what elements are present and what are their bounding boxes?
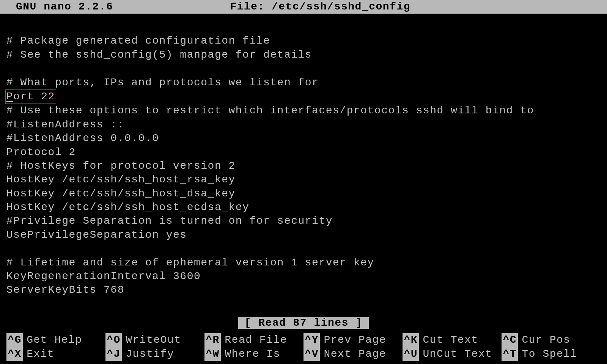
status-message: [ Read 87 lines ] — [238, 317, 369, 329]
editor-line[interactable]: # What ports, IPs and protocols we liste… — [6, 76, 601, 89]
shortcut-label: Read File — [225, 333, 287, 347]
editor-line[interactable]: # HostKeys for protocol version 2 — [6, 159, 601, 173]
shortcut-item: ^KCut Text — [403, 333, 502, 347]
shortcut-item: ^XExit — [6, 347, 105, 361]
editor-line[interactable]: # Package generated configuration file — [6, 34, 601, 48]
shortcut-label: WriteOut — [126, 333, 181, 347]
shortcut-key[interactable]: ^G — [6, 333, 23, 347]
shortcut-label: Get Help — [27, 333, 82, 347]
shortcut-label: UnCut Text — [423, 347, 492, 361]
editor-line[interactable]: # Lifetime and size of ephemeral version… — [6, 256, 601, 270]
editor-line[interactable] — [6, 20, 601, 34]
editor-line[interactable]: #Privilege Separation is turned on for s… — [6, 214, 601, 228]
shortcut-item: ^CCur Pos — [502, 333, 601, 347]
shortcut-label: Exit — [27, 347, 54, 361]
nano-file-label: File: /etc/ssh/sshd_config — [113, 0, 527, 14]
editor-line[interactable]: Port 22 — [6, 89, 601, 104]
editor-line[interactable]: #ListenAddress 0.0.0.0 — [6, 132, 601, 145]
editor-line[interactable]: # Use these options to restrict which in… — [6, 104, 601, 118]
shortcut-label: Cut Text — [423, 333, 478, 347]
shortcut-key[interactable]: ^W — [204, 347, 221, 361]
shortcut-key[interactable]: ^U — [403, 347, 419, 361]
editor-line[interactable] — [6, 62, 601, 75]
shortcut-item: ^JJustify — [105, 347, 204, 361]
shortcut-label: Prev Page — [324, 333, 386, 347]
editor-line[interactable]: #ListenAddress :: — [6, 118, 601, 132]
editor-line[interactable]: ServerKeyBits 768 — [6, 283, 601, 297]
editor-line[interactable]: HostKey /etc/ssh/ssh_host_rsa_key — [6, 173, 601, 187]
status-row: [ Read 87 lines ] — [0, 316, 607, 330]
editor-line[interactable]: Protocol 2 — [6, 146, 601, 159]
shortcut-item: ^OWriteOut — [105, 333, 204, 347]
editor-line[interactable]: UsePrivilegeSeparation yes — [6, 228, 601, 242]
callout-box: Port 22 — [5, 89, 56, 104]
editor-line[interactable] — [6, 242, 601, 256]
shortcut-label: Where Is — [225, 347, 280, 361]
shortcut-key[interactable]: ^C — [502, 333, 518, 347]
shortcut-label: To Spell — [522, 347, 577, 361]
shortcut-label: Next Page — [324, 347, 386, 361]
shortcut-item: ^GGet Help — [6, 333, 105, 347]
shortcut-item: ^YPrev Page — [304, 333, 403, 347]
shortcut-label: Cur Pos — [522, 333, 571, 347]
shortcut-key[interactable]: ^T — [502, 347, 518, 361]
editor-line[interactable]: KeyRegenerationInterval 3600 — [6, 270, 601, 283]
shortcut-item: ^WWhere Is — [204, 347, 304, 361]
shortcut-key[interactable]: ^J — [105, 347, 122, 361]
shortcut-key[interactable]: ^V — [304, 347, 320, 361]
shortcut-item: ^UUnCut Text — [403, 347, 502, 361]
shortcut-key[interactable]: ^R — [204, 333, 221, 347]
editor-line[interactable]: # See the sshd_config(5) manpage for det… — [6, 48, 601, 62]
shortcut-key[interactable]: ^O — [105, 333, 122, 347]
shortcut-bar: ^GGet Help^OWriteOut^RRead File^YPrev Pa… — [0, 333, 607, 361]
editor-line[interactable]: HostKey /etc/ssh/ssh_host_ecdsa_key — [6, 201, 601, 214]
editor-line[interactable]: HostKey /etc/ssh/ssh_host_dsa_key — [6, 187, 601, 201]
shortcut-key[interactable]: ^K — [403, 333, 419, 347]
shortcut-label: Justify — [126, 347, 174, 361]
text-cursor: P — [6, 91, 13, 102]
editor-viewport[interactable]: # Package generated configuration file# … — [0, 14, 607, 297]
shortcut-item: ^RRead File — [204, 333, 304, 347]
shortcut-item: ^VNext Page — [304, 347, 403, 361]
shortcut-key[interactable]: ^Y — [304, 333, 320, 347]
nano-title-bar: GNU nano 2.2.6 File: /etc/ssh/sshd_confi… — [0, 0, 607, 14]
shortcut-key[interactable]: ^X — [6, 347, 23, 361]
nano-version: GNU nano 2.2.6 — [3, 0, 113, 14]
shortcut-item: ^TTo Spell — [502, 347, 601, 361]
nano-terminal[interactable]: GNU nano 2.2.6 File: /etc/ssh/sshd_confi… — [0, 0, 607, 364]
